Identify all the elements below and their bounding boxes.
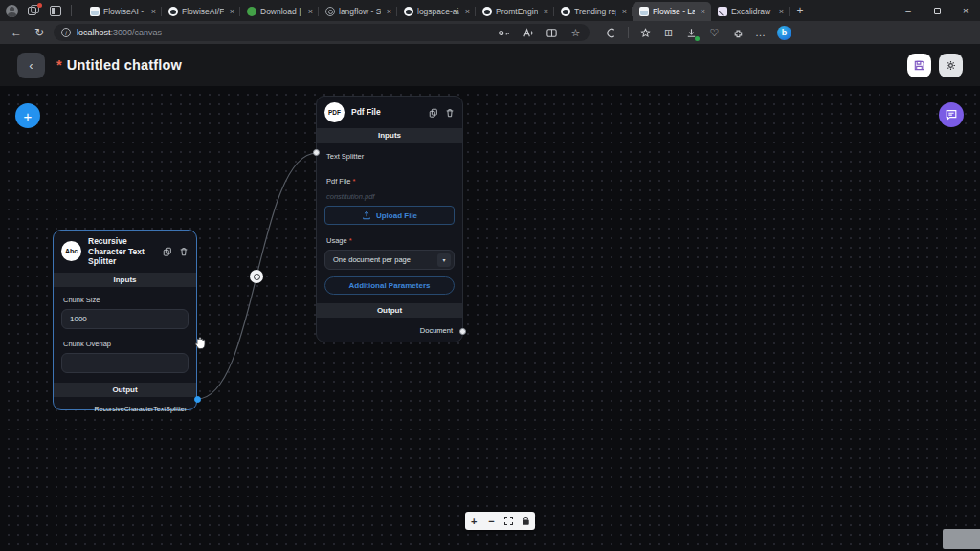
node-recursive-character-text-splitter[interactable]: Abc Recursive Character Text Splitter In…: [53, 230, 197, 410]
tab-langflow-search[interactable]: langflow - Se ×: [319, 2, 397, 21]
save-chatflow-button[interactable]: [907, 54, 931, 77]
copilot-icon[interactable]: [605, 27, 617, 39]
delete-node-icon[interactable]: [179, 247, 189, 256]
additional-parameters-button[interactable]: Additional Parameters: [324, 276, 455, 295]
favorites-bar-icon[interactable]: [639, 27, 652, 39]
tab-excalidraw[interactable]: Excalidraw ×: [711, 2, 790, 21]
browser-titlebar: FlowiseAI - B × FlowiseAI/Flo × Download…: [0, 0, 980, 21]
tab-flowiseai-repo[interactable]: FlowiseAI/Flo ×: [162, 2, 240, 21]
tab-flowise-canvas-active[interactable]: Flowise - Lan ×: [633, 2, 711, 21]
refresh-button[interactable]: ↻: [31, 26, 48, 39]
settings-more-icon[interactable]: …: [754, 27, 767, 39]
node-pdf-file[interactable]: PDF Pdf File Inputs Text Splitter Pdf Fi…: [316, 96, 463, 342]
extensions-icon[interactable]: [731, 27, 744, 39]
password-key-icon[interactable]: [498, 27, 510, 39]
chatflow-title: Untitled chatflow: [67, 57, 182, 73]
canvas-controls: + −: [465, 512, 535, 530]
excalidraw-favicon: [718, 7, 727, 16]
divider: [628, 27, 629, 38]
tab-promptengine[interactable]: PromtEngine ×: [476, 2, 554, 21]
delete-node-icon[interactable]: [445, 108, 455, 118]
zoom-out-button[interactable]: −: [483, 512, 499, 530]
tab-actions-icon[interactable]: [50, 6, 61, 16]
window-minimize-button[interactable]: –: [894, 0, 923, 21]
tab-close-icon[interactable]: ×: [149, 7, 158, 16]
browser-essentials-icon[interactable]: ♡: [708, 27, 721, 39]
read-aloud-icon[interactable]: [522, 27, 534, 39]
output-section-header: Output: [317, 303, 462, 318]
pdf-text-splitter-input-handle[interactable]: [313, 149, 320, 156]
lock-button[interactable]: [519, 512, 534, 530]
tab-close-icon[interactable]: ×: [385, 7, 393, 16]
tab-close-icon[interactable]: ×: [777, 7, 786, 16]
chatflow-settings-button[interactable]: [939, 54, 963, 77]
inputs-section-header: Inputs: [54, 273, 196, 287]
tab-download[interactable]: Download | N ×: [240, 2, 319, 21]
unsaved-indicator: *: [56, 57, 62, 73]
tab-close-icon[interactable]: ×: [699, 7, 707, 16]
browser-toolbar: ← ↻ i localhost:3000/canvas ☆: [0, 21, 980, 44]
window-restore-button[interactable]: [923, 0, 951, 21]
tab-trending[interactable]: Trending rep ×: [554, 2, 633, 21]
site-info-icon[interactable]: i: [61, 28, 71, 37]
add-node-button[interactable]: +: [15, 103, 40, 128]
tab-title: FlowiseAI/Flo: [182, 7, 224, 16]
window-close-button[interactable]: ×: [951, 0, 980, 21]
tab-close-icon[interactable]: ×: [228, 7, 236, 16]
downloads-icon[interactable]: [685, 27, 698, 39]
url-path: :3000/canvas: [111, 28, 163, 37]
bing-chat-icon[interactable]: b: [777, 26, 791, 40]
github-favicon: [482, 7, 492, 16]
tab-close-icon[interactable]: ×: [463, 7, 472, 16]
zoom-in-button[interactable]: +: [466, 512, 481, 530]
chat-button[interactable]: [939, 102, 964, 127]
chunk-size-input[interactable]: [70, 315, 180, 323]
chevron-down-icon[interactable]: ▾: [437, 253, 451, 267]
tab-title: PromtEngine: [496, 7, 538, 16]
tab-logspace[interactable]: logspace-ai/l ×: [397, 2, 476, 21]
workspaces-icon[interactable]: [28, 5, 40, 16]
edge-midpoint-button[interactable]: [250, 270, 263, 283]
address-bar[interactable]: i localhost:3000/canvas ☆: [54, 24, 590, 41]
output-recursivecharactertextsplitter: RecursiveCharacterTextSplitter: [54, 406, 196, 412]
favorite-star-icon[interactable]: ☆: [569, 27, 582, 39]
text-splitter-input-label: Text Splitter: [317, 152, 462, 161]
duplicate-node-icon[interactable]: [163, 247, 172, 256]
chunk-overlap-label: Chunk Overlap: [54, 340, 196, 348]
url-text[interactable]: localhost:3000/canvas: [77, 28, 492, 37]
tab-strip: FlowiseAI - B × FlowiseAI/Flo × Download…: [83, 0, 790, 21]
inputs-section-header: Inputs: [317, 128, 462, 143]
hand-cursor: [192, 335, 208, 351]
upload-icon: [362, 210, 371, 220]
output-section-header: Output: [54, 383, 196, 397]
split-screen-icon[interactable]: [546, 27, 558, 39]
upload-file-button[interactable]: Upload File: [324, 206, 455, 225]
tab-close-icon[interactable]: ×: [306, 7, 315, 16]
uploaded-file-name: constitution.pdf: [317, 192, 462, 201]
splitter-output-handle[interactable]: [194, 396, 201, 403]
search-favicon: [325, 7, 335, 16]
canvas-back-button[interactable]: ‹: [17, 53, 45, 78]
tab-close-icon[interactable]: ×: [542, 7, 550, 16]
github-favicon: [168, 7, 178, 16]
flow-canvas[interactable]: + Abc Recursive Character Text Splitter …: [0, 86, 980, 551]
output-document: Document: [317, 326, 462, 335]
profile-avatar-icon[interactable]: [6, 5, 18, 17]
duplicate-node-icon[interactable]: [429, 108, 438, 118]
pdf-file-input-label: Pdf File *: [317, 177, 462, 186]
chunk-overlap-input[interactable]: [70, 359, 180, 367]
new-tab-button[interactable]: +: [790, 4, 811, 17]
pdf-document-output-handle[interactable]: [459, 328, 466, 335]
usage-select[interactable]: One document per page ▾: [324, 250, 455, 270]
tab-close-icon[interactable]: ×: [620, 7, 629, 16]
notification-dot: [37, 3, 42, 8]
back-button[interactable]: ←: [8, 26, 25, 39]
fit-view-button[interactable]: [501, 512, 517, 530]
required-asterisk: *: [349, 236, 352, 245]
collections-icon[interactable]: ⊞: [662, 27, 675, 39]
usage-input-label: Usage *: [317, 236, 462, 245]
tab-title: Flowise - Lan: [653, 7, 695, 16]
tab-flowiseai-docs[interactable]: FlowiseAI - B ×: [83, 2, 162, 21]
tab-title: Trending rep: [574, 7, 616, 16]
tab-title: langflow - Se: [339, 7, 381, 16]
